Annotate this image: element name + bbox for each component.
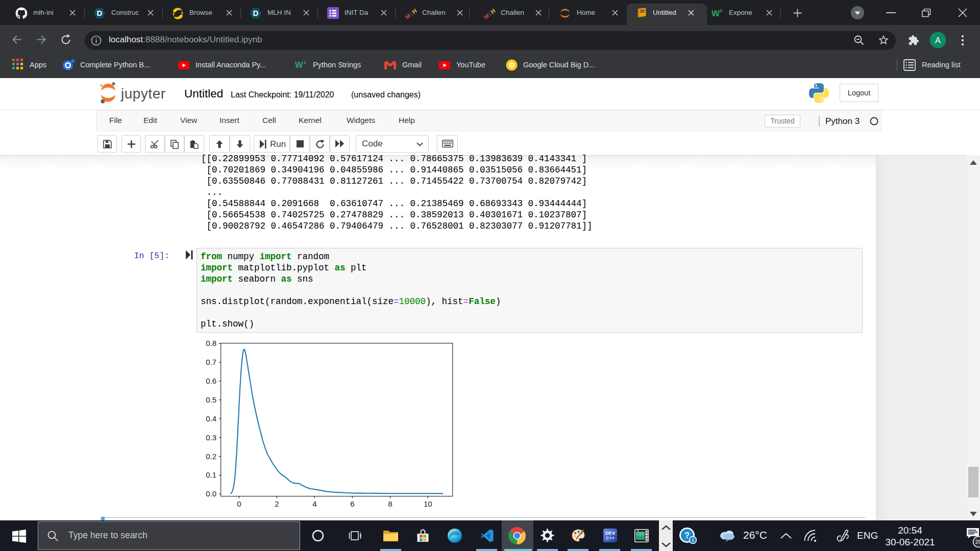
svg-text:0.5: 0.5 <box>206 395 216 404</box>
svg-text:W: W <box>712 9 720 18</box>
svg-text:0.4: 0.4 <box>206 414 216 423</box>
svg-text:D: D <box>253 9 259 17</box>
svg-text:0.8: 0.8 <box>206 339 216 347</box>
svg-text:4: 4 <box>312 499 316 508</box>
svg-text:C++: C++ <box>606 536 615 541</box>
svg-text:0.7: 0.7 <box>206 358 216 366</box>
svg-text:0: 0 <box>237 499 241 508</box>
svg-text:2: 2 <box>275 499 279 508</box>
svg-text:20: 20 <box>975 539 980 545</box>
svg-text:3: 3 <box>720 8 722 13</box>
svg-text:0.3: 0.3 <box>206 433 216 442</box>
svg-text:0.2: 0.2 <box>206 452 216 461</box>
svg-text:8: 8 <box>388 499 392 508</box>
svg-text:i: i <box>692 538 694 543</box>
svg-text:W: W <box>295 61 303 69</box>
svg-text:3: 3 <box>303 60 306 65</box>
svg-text:6: 6 <box>350 499 354 508</box>
svg-text:0.6: 0.6 <box>206 377 216 385</box>
svg-text:D: D <box>97 9 103 17</box>
svg-text:0.0: 0.0 <box>206 489 216 498</box>
svg-text:?: ? <box>684 531 690 540</box>
svg-text:10: 10 <box>424 499 432 508</box>
svg-text:A: A <box>935 36 941 45</box>
svg-text:0.1: 0.1 <box>206 470 216 479</box>
svg-text:DEV: DEV <box>605 530 616 536</box>
